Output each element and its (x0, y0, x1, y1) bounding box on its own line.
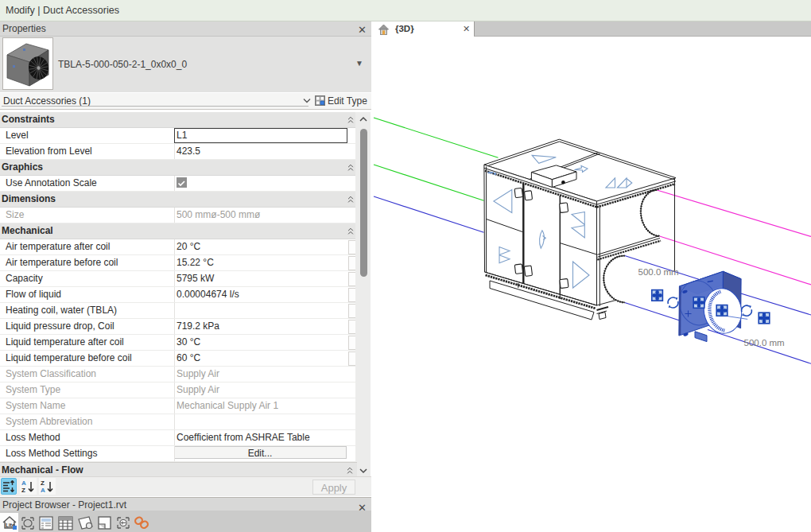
svg-text:500.0 mm: 500.0 mm (638, 267, 679, 277)
svg-text:A: A (41, 487, 45, 494)
svg-text:Z: Z (21, 487, 25, 494)
svg-text:Z: Z (41, 480, 45, 487)
svg-text:A: A (21, 480, 26, 487)
svg-text:500.0 mm: 500.0 mm (744, 338, 785, 348)
